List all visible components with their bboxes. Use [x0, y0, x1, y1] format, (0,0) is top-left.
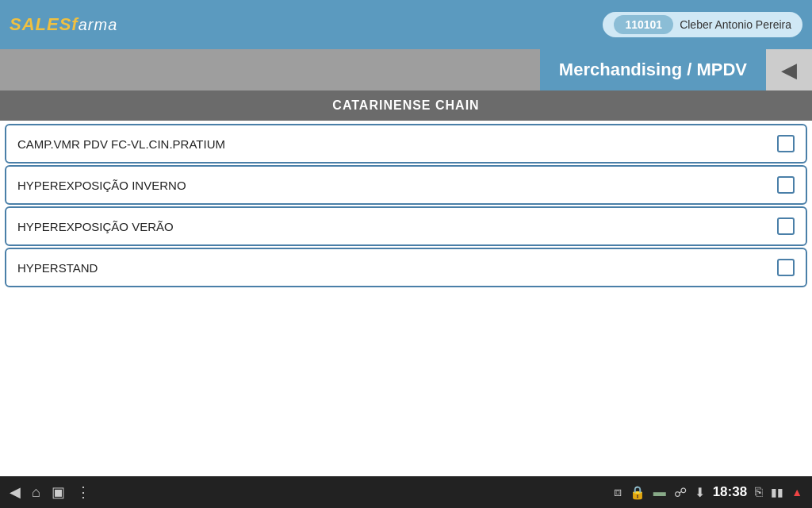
nav-recent-icon[interactable]: ▣: [52, 483, 65, 501]
user-badge: 110101 Cleber Antonio Pereira: [603, 12, 802, 37]
battery-icon: ▮▮: [771, 486, 783, 498]
list-item[interactable]: CAMP.VMR PDV FC-VL.CIN.PRATIUM: [5, 124, 807, 164]
lock-icon: 🔒: [630, 485, 645, 500]
item-checkbox[interactable]: [777, 217, 795, 235]
logo-sales: SALES: [10, 14, 71, 34]
status-right-area: ⧈ 🔒 ▬ ☍ ⬇ 18:38 ⎘ ▮▮ ▲: [614, 484, 802, 500]
item-checkbox[interactable]: [777, 176, 795, 194]
list-item[interactable]: HYPEREXPOSIÇÃO VERÃO: [5, 206, 807, 246]
download-icon: ⬇: [695, 485, 705, 500]
image-icon: ▬: [653, 485, 666, 499]
app-logo: SALESfarma: [10, 14, 117, 35]
status-nav: ◀ ⌂ ▣ ⋮: [10, 483, 90, 501]
list-item[interactable]: HYPEREXPOSIÇÃO INVERNO: [5, 165, 807, 205]
app-header: SALESfarma 110101 Cleber Antonio Pereira: [0, 0, 812, 49]
item-label: HYPEREXPOSIÇÃO INVERNO: [17, 179, 186, 192]
signal-icon: ▲: [791, 486, 802, 498]
wifi-icon: ⎘: [755, 485, 763, 499]
back-icon: ◀: [781, 58, 797, 83]
chain-header: CATARINENSE CHAIN: [0, 90, 812, 121]
logo-f: f: [71, 14, 78, 34]
gallery-icon: ☍: [674, 485, 687, 500]
status-time: 18:38: [713, 484, 747, 500]
header-user-area: 110101 Cleber Antonio Pereira: [603, 12, 802, 37]
item-checkbox[interactable]: [777, 135, 795, 152]
title-bar: Merchandising / MPDV ◀: [0, 49, 812, 90]
list-item[interactable]: HYPERSTAND: [5, 248, 807, 287]
item-label: HYPERSTAND: [17, 261, 98, 275]
item-label: CAMP.VMR PDV FC-VL.CIN.PRATIUM: [17, 137, 225, 151]
status-bar: ◀ ⌂ ▣ ⋮ ⧈ 🔒 ▬ ☍ ⬇ 18:38 ⎘ ▮▮ ▲: [0, 476, 812, 508]
user-id: 110101: [614, 15, 673, 34]
items-list: CAMP.VMR PDV FC-VL.CIN.PRATIUM HYPEREXPO…: [0, 124, 812, 287]
logo-area: SALESfarma: [10, 14, 117, 35]
logo-arma: arma: [79, 16, 118, 33]
nav-back-icon[interactable]: ◀: [10, 483, 21, 501]
nav-menu-icon[interactable]: ⋮: [76, 483, 90, 501]
fullscreen-icon: ⧈: [614, 485, 622, 499]
item-checkbox[interactable]: [777, 259, 795, 276]
page-title: Merchandising / MPDV: [540, 49, 766, 90]
item-label: HYPEREXPOSIÇÃO VERÃO: [17, 220, 174, 233]
user-name: Cleber Antonio Pereira: [680, 18, 791, 31]
nav-home-icon[interactable]: ⌂: [32, 484, 40, 501]
back-button[interactable]: ◀: [766, 49, 812, 90]
